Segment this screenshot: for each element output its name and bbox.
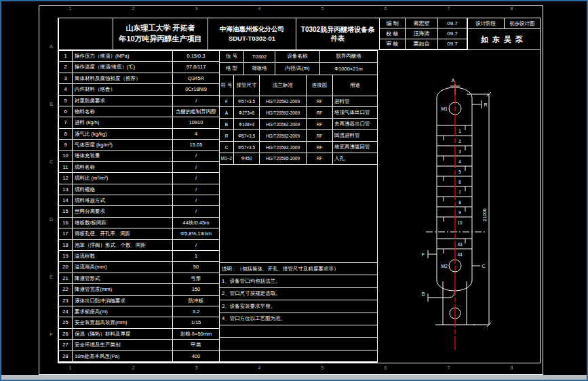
equip-name-value: 脱异丙醚塔 xyxy=(320,51,377,62)
zone-letter: C xyxy=(46,133,56,190)
zone-letter: A xyxy=(46,18,56,75)
equip-size-value: Φ1000×21m xyxy=(320,63,377,75)
parameter-row-label: 筒体材料及腐蚀裕度（推荐） xyxy=(73,73,173,83)
role-name: 汪海涛 xyxy=(406,28,438,39)
parameter-row-label: 填料规格 xyxy=(73,184,173,195)
parameter-row: 3 筒体材料及腐蚀裕度（推荐） Q345R xyxy=(59,73,219,84)
parameter-row-number: 16 xyxy=(59,218,73,228)
notes-list: 1、设备管口均包括法兰。2、管口尺寸按规定选取。3、设备安装要求平整。4、管口方… xyxy=(220,275,377,325)
role-date: 09.7 xyxy=(438,28,467,39)
parameter-row-value: 10910 xyxy=(173,117,219,127)
nozzle-face: RF xyxy=(307,119,333,129)
parameter-row: 14 填料堆放方式 / xyxy=(59,195,219,206)
nozzle-standard: HG/T20592-2009 xyxy=(260,130,307,141)
nozzle-size: Φ57×3.5 xyxy=(234,96,260,107)
nozzle-use: 回流进料管 xyxy=(333,130,377,141)
nozzle-face: RF xyxy=(307,153,333,164)
parameter-row-value: 44块/0.45m xyxy=(173,218,219,228)
bottom-outlet-label: B xyxy=(422,292,425,296)
parameter-row-label: 操作温度（塔顶/塔底）(℃) xyxy=(73,62,173,72)
equip-type-value: 筛板塔 xyxy=(244,63,275,75)
equip-type-label: 塔 型 xyxy=(220,63,244,75)
parameter-row: 28 10m处基本风压(Pa) 400 xyxy=(59,351,219,362)
nozzle-col-use: 用途 xyxy=(333,75,377,96)
nozzle-table-header: 符 号 接管尺寸 法兰标准 连接面 用途 xyxy=(220,75,377,96)
parameter-row-number: 11 xyxy=(59,162,73,172)
nozzle-size: Φ57×3.5 xyxy=(234,130,260,141)
parameter-table: 1 操作压力（塔顶）(MPa) 0.15/0.3 2 操作温度（塔顶/塔底）(℃… xyxy=(58,50,220,363)
company-name: 中海油惠州炼化分公司 xyxy=(220,24,284,34)
tray-number: 3 xyxy=(458,149,461,154)
parameter-row-number: 2 xyxy=(59,62,73,72)
nozzle-standard: HG/T20592-2009 xyxy=(260,142,307,153)
tray-number: 8 xyxy=(458,200,461,205)
title-block-company-cell: 中海油惠州炼化分公司 SDUT-T0302-01 xyxy=(208,18,296,50)
parameter-row-number: 13 xyxy=(59,184,73,195)
top-nozzle-label: A xyxy=(452,78,455,83)
zone-number: 3 xyxy=(165,6,228,16)
parameter-row-number: 14 xyxy=(59,195,73,205)
parameter-row-label: 溢流堰高(mm) xyxy=(73,262,173,272)
parameter-row-label: 液体出口防冲消能要求 xyxy=(73,296,173,306)
parameter-row: 16 塔板数/板间距 44块/0.45m xyxy=(59,218,219,228)
role-date: 09.7 xyxy=(438,39,467,49)
parameter-row-value: 97.8/117 xyxy=(173,62,219,72)
parameter-row-value: 150 xyxy=(173,284,219,294)
tray-number: 2 xyxy=(458,139,461,144)
parameter-row-number: 27 xyxy=(59,340,73,350)
nozzle-use: 塔顶气体出口管 xyxy=(333,107,377,118)
reboiler-return-label: C xyxy=(482,264,485,268)
nozzle-use: 去再沸器出口管 xyxy=(333,119,377,129)
role-name: 栗如合 xyxy=(406,39,438,49)
manhole-top-label: M1 xyxy=(441,106,448,111)
parameter-row: 8 液气比 (kg/kg) 4 xyxy=(59,129,219,140)
parameter-row-label: 10m处基本风压(Pa) xyxy=(73,351,173,361)
equip-size-label: 内径/高(m) xyxy=(275,63,320,75)
equipment-header: 位 号 T0302 设备名称 脱异丙醚塔 塔 型 筛板塔 内径/高(m) Φ10… xyxy=(220,51,377,75)
zone-number: 1 xyxy=(39,6,102,16)
parameter-row-label: 筛板孔径、开孔率、间距 xyxy=(73,228,173,239)
parameter-row-value: 4 xyxy=(173,129,219,139)
nozzle-size: Φ108×4 xyxy=(234,119,260,129)
zone-letter: B xyxy=(46,75,56,133)
parameter-row-value: / xyxy=(173,96,219,106)
note-empty-row xyxy=(220,325,377,338)
nozzle-use: 人孔 xyxy=(333,153,377,164)
nozzle-row: B Φ108×4 HG/T20592-2009 RF 去再沸器出口管 xyxy=(220,119,377,130)
parameter-row-value: 岩棉 δ=50mm xyxy=(173,329,219,339)
parameter-row-label: 安全环境及生产类别 xyxy=(73,340,173,350)
title-block-university-cell: 山东理工大学 开拓者 年10万吨异丙醇生产项目 xyxy=(113,18,208,50)
parameter-row: 13 填料规格 / xyxy=(59,184,219,195)
role-label: 审 核 xyxy=(380,39,406,49)
nozzle-symbol: F xyxy=(220,96,234,107)
note-item: 2、管口尺寸按规定选取。 xyxy=(220,288,377,300)
manhole-bottom-label: M2 xyxy=(441,264,448,268)
status-bar xyxy=(1,375,587,380)
parameter-row-number: 4 xyxy=(59,84,73,94)
reflux-nozzle-label: R xyxy=(484,102,487,107)
tray-number: 10 xyxy=(457,220,463,225)
zone-number: 3 xyxy=(165,365,228,375)
parameter-row-label: 降液管宽度(mm) xyxy=(73,284,173,294)
zone-number: 8 xyxy=(480,365,543,375)
stage-label: 设计阶段 xyxy=(468,18,505,28)
stage-value: 初步设计图 xyxy=(505,18,541,28)
tower-top-head xyxy=(437,87,472,98)
parameter-row-value: / xyxy=(173,195,219,205)
parameter-row-value: / xyxy=(173,240,219,250)
zone-number: 6 xyxy=(354,6,417,16)
note-empty-row xyxy=(220,338,377,350)
parameter-row: 17 筛板孔径、开孔率、间距 Φ5,8%,13mm xyxy=(59,228,219,239)
parameter-row-label: 塔板数/板间距 xyxy=(73,218,173,228)
nozzle-row: A Φ273×8 HG/T20592-2009 RF 塔顶气体出口管 xyxy=(220,107,377,119)
tray-lines xyxy=(437,125,472,254)
frame-zone-numbers-bottom: 12345678 xyxy=(39,365,543,375)
nozzle-face: RF xyxy=(307,130,333,141)
parameter-row-value: Q345R xyxy=(173,73,219,83)
nozzle-symbol: B xyxy=(220,119,234,129)
parameter-row-number: 25 xyxy=(59,317,73,327)
parameter-row-value: 400 xyxy=(173,351,219,361)
parameter-row-label: 气体密度 (kg/m³) xyxy=(73,140,173,150)
nozzle-row: M1~2 Φ450 HG/T20595-2009 RF 人孔 xyxy=(220,153,377,165)
tray-number: 9 xyxy=(458,210,461,215)
